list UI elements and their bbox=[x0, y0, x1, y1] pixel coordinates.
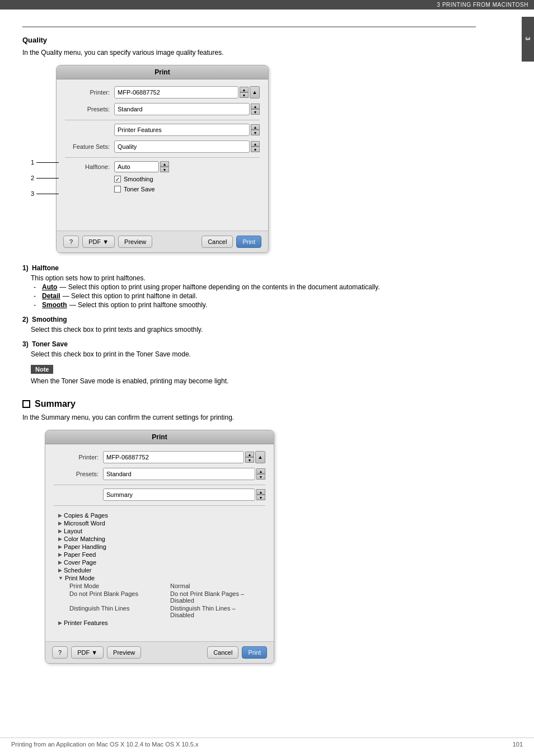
help-button[interactable]: ? bbox=[63, 236, 79, 248]
list-item-copies[interactable]: ▶ Copies & Pages bbox=[58, 511, 261, 519]
smoothing-row: ✓ Smoothing bbox=[65, 176, 260, 182]
pdf-label: PDF ▼ bbox=[88, 238, 109, 245]
list-item-paper-feed[interactable]: ▶ Paper Feed bbox=[58, 551, 261, 558]
list-item-layout[interactable]: ▶ Layout bbox=[58, 527, 261, 535]
sum-printer-up[interactable]: ▲ bbox=[245, 452, 254, 457]
sum-pdf-button[interactable]: PDF ▼ bbox=[71, 646, 104, 659]
presets-value: Standard bbox=[118, 106, 143, 112]
halftone-up[interactable]: ▲ bbox=[160, 161, 169, 167]
color-triangle: ▶ bbox=[58, 536, 62, 542]
smoothing-label: Smoothing bbox=[124, 176, 153, 182]
color-label: Color Matching bbox=[64, 536, 105, 542]
halftone-title-text: Halftone bbox=[32, 264, 59, 272]
preview-button[interactable]: Preview bbox=[118, 236, 152, 248]
sum-menu-dn[interactable]: ▼ bbox=[256, 495, 265, 500]
summary-dialog-title: Print bbox=[45, 430, 274, 444]
summary-list: ▶ Copies & Pages ▶ Microsoft Word ▶ Layo… bbox=[54, 509, 265, 629]
smooth-desc: — Select this option to print halftone s… bbox=[69, 301, 208, 309]
feature-menu-select[interactable]: Printer Features bbox=[114, 124, 250, 136]
callout-2: 2 bbox=[31, 175, 34, 181]
sum-printer-expand[interactable]: ▲ bbox=[255, 451, 265, 463]
sum-printer-dn[interactable]: ▼ bbox=[245, 457, 254, 463]
paper-handling-triangle: ▶ bbox=[58, 544, 62, 550]
list-item-printer-features[interactable]: ▶ Printer Features bbox=[58, 619, 261, 627]
sum-pdf-label: PDF ▼ bbox=[77, 649, 97, 656]
layout-label: Layout bbox=[64, 528, 82, 534]
sum-print-label: Print bbox=[248, 649, 261, 656]
cancel-button[interactable]: Cancel bbox=[202, 236, 233, 248]
halftone-select[interactable]: Auto bbox=[114, 161, 159, 172]
summary-section: Summary In the Summary menu, you can con… bbox=[22, 399, 476, 664]
toner-desc-section: 3) Toner Save Select this check box to p… bbox=[22, 340, 476, 358]
feature-sets-dn[interactable]: ▼ bbox=[251, 147, 260, 152]
sum-cancel-label: Cancel bbox=[213, 649, 232, 656]
list-item-color[interactable]: ▶ Color Matching bbox=[58, 535, 261, 543]
list-item-cover[interactable]: ▶ Cover Page bbox=[58, 558, 261, 566]
sum-presets-up[interactable]: ▲ bbox=[256, 468, 265, 474]
printer-features-triangle: ▶ bbox=[58, 620, 62, 626]
summary-dialog-footer: ? PDF ▼ Preview Cancel Print bbox=[45, 641, 274, 663]
summary-printer-label: Printer: bbox=[54, 454, 99, 461]
quality-divider bbox=[22, 26, 476, 27]
dialog-sep-2 bbox=[65, 157, 260, 158]
toner-desc-text: Select this check box to print in the To… bbox=[31, 350, 476, 358]
sum-help-icon: ? bbox=[58, 649, 62, 656]
list-item-scheduler[interactable]: ▶ Scheduler bbox=[58, 566, 261, 574]
pdf-button[interactable]: PDF ▼ bbox=[82, 236, 115, 248]
summary-printer-select[interactable]: MFP-06887752 bbox=[103, 451, 244, 463]
list-item-paper-handling[interactable]: ▶ Paper Handling bbox=[58, 543, 261, 551]
feature-sets-value: Quality bbox=[118, 143, 137, 150]
toner-num: 3) bbox=[22, 340, 29, 348]
halftone-dn[interactable]: ▼ bbox=[160, 167, 169, 172]
sum-print-button[interactable]: Print bbox=[242, 646, 267, 659]
toner-checkbox[interactable] bbox=[114, 186, 121, 192]
printer-dn-arrow[interactable]: ▼ bbox=[240, 92, 249, 98]
detail-blank-pages: Do not Print Blank Pages Do not Print Bl… bbox=[58, 590, 261, 604]
summary-presets-row: Presets: Standard ▲ ▼ bbox=[54, 468, 265, 480]
copies-triangle: ▶ bbox=[58, 513, 62, 518]
feature-up-arrow[interactable]: ▲ bbox=[251, 124, 260, 130]
printer-up-arrow[interactable]: ▲ bbox=[240, 87, 249, 92]
sum-help-button[interactable]: ? bbox=[52, 646, 68, 659]
note-text: When the Toner Save mode is enabled, pri… bbox=[31, 377, 476, 385]
sum-presets-dn[interactable]: ▼ bbox=[256, 474, 265, 480]
footer-left: Printing from an Application on Mac OS X… bbox=[11, 741, 198, 748]
sum-cancel-button[interactable]: Cancel bbox=[207, 646, 238, 659]
smoothing-desc-text: Select this check box to print texts and… bbox=[31, 326, 476, 334]
smooth-term: Smooth bbox=[42, 301, 67, 309]
quality-dialog-footer: ? PDF ▼ Preview Cancel Print bbox=[57, 231, 268, 252]
sum-menu-up[interactable]: ▲ bbox=[256, 489, 265, 495]
smoothing-checkbox[interactable]: ✓ bbox=[114, 176, 121, 182]
print-mode-key: Print Mode bbox=[69, 583, 170, 589]
feature-sets-select[interactable]: Quality bbox=[114, 140, 250, 153]
summary-printer-row: Printer: MFP-06887752 ▲ ▼ ▲ bbox=[54, 451, 265, 463]
cover-label: Cover Page bbox=[64, 559, 96, 566]
quality-dialog-title: Print bbox=[57, 65, 268, 79]
auto-desc: — Select this option to print using prop… bbox=[59, 283, 380, 291]
presets-dn-arrow[interactable]: ▼ bbox=[251, 109, 260, 115]
printer-features-label: Printer Features bbox=[64, 619, 108, 626]
halftone-option-auto: - Auto — Select this option to print usi… bbox=[34, 283, 476, 291]
presets-select[interactable]: Standard bbox=[114, 103, 250, 115]
presets-label: Presets: bbox=[65, 106, 110, 112]
detail-desc: — Select this option to print halftone i… bbox=[63, 292, 198, 300]
list-item-print-mode[interactable]: ▼ Print Mode bbox=[58, 574, 261, 582]
halftone-desc-text: This option sets how to print halftones. bbox=[31, 274, 476, 282]
summary-menu-select[interactable]: Summary bbox=[103, 489, 255, 501]
printer-value: MFP-06887752 bbox=[118, 89, 160, 96]
printer-expand-btn[interactable]: ▲ bbox=[250, 86, 260, 98]
quality-dialog-wrapper: 1 2 3 Print Printer: MFP-068877 bbox=[56, 65, 269, 253]
cancel-label: Cancel bbox=[208, 238, 227, 245]
summary-presets-select[interactable]: Standard bbox=[103, 468, 255, 480]
halftone-option-smooth: - Smooth — Select this option to print h… bbox=[34, 301, 476, 309]
print-button[interactable]: Print bbox=[236, 236, 261, 248]
sum-preview-button[interactable]: Preview bbox=[107, 646, 141, 659]
list-item-word[interactable]: ▶ Microsoft Word bbox=[58, 519, 261, 527]
halftone-option-detail: - Detail — Select this option to print h… bbox=[34, 292, 476, 300]
feature-dn-arrow[interactable]: ▼ bbox=[251, 130, 260, 135]
printer-select[interactable]: MFP-06887752 bbox=[114, 86, 238, 98]
halftone-select-group: Auto ▲ ▼ bbox=[114, 161, 169, 172]
feature-sets-up[interactable]: ▲ bbox=[251, 141, 260, 147]
cover-triangle: ▶ bbox=[58, 560, 62, 565]
presets-up-arrow[interactable]: ▲ bbox=[251, 104, 260, 109]
